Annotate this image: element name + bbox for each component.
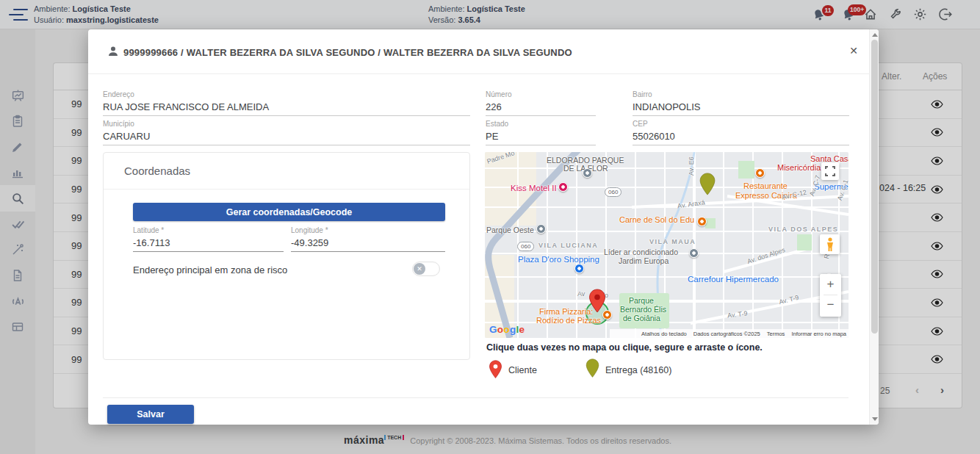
- restaurant-poi-icon[interactable]: [697, 217, 707, 226]
- estado-input[interactable]: [486, 129, 596, 145]
- zoom-control: + −: [820, 274, 841, 317]
- numero-input[interactable]: [486, 100, 596, 116]
- map-label: Av: [577, 290, 585, 298]
- endereco-input[interactable]: [103, 100, 470, 116]
- cliente-legend-pin: [489, 360, 502, 382]
- map-label: Parque: [629, 296, 654, 305]
- map-label: Carrefour Hipermercado: [688, 275, 779, 284]
- map-label: VILA LUCIANA: [538, 242, 598, 249]
- toggle-knob: ✕: [414, 263, 425, 275]
- scrollbar-thumb[interactable]: [871, 40, 878, 334]
- numero-field: Número: [486, 90, 596, 116]
- endereco-field: Endereço: [103, 90, 470, 116]
- entrega-legend-label: Entrega (48160): [605, 365, 671, 375]
- latitude-input[interactable]: [133, 236, 284, 252]
- map-label: VILA DOS ALPES: [768, 226, 838, 233]
- poi-icon[interactable]: [583, 168, 592, 178]
- map-canvas[interactable]: Padre Mo ELDORADO PARQUE DE LA FLOR Kiss…: [485, 152, 849, 338]
- geocode-button[interactable]: Gerar coordenadas/Geocode: [133, 203, 445, 221]
- municipio-input[interactable]: [103, 129, 470, 145]
- save-button[interactable]: Salvar: [107, 405, 194, 424]
- map-label: Jardim Europa: [619, 256, 669, 265]
- shopping-poi-icon[interactable]: [574, 264, 584, 273]
- google-logo[interactable]: Google: [489, 324, 525, 335]
- map-data-link[interactable]: Dados cartográficos ©2025: [693, 331, 760, 337]
- restaurant-poi-icon[interactable]: [755, 168, 765, 178]
- map-label: Líder ar condicionado: [604, 248, 678, 256]
- map-label: Carne de Sol do Edu: [619, 215, 694, 224]
- scroll-up-icon[interactable]: [872, 33, 878, 37]
- scroll-down-icon[interactable]: [872, 417, 878, 421]
- cep-input[interactable]: [633, 129, 849, 145]
- report-error-link[interactable]: Informar erro no mapa: [791, 331, 846, 337]
- map-label: Parque Oeste: [486, 226, 534, 234]
- entrega-map-pin[interactable]: [699, 173, 716, 199]
- map-label: Misericórdia: [777, 163, 821, 172]
- map-label: Restaurante: [743, 181, 788, 190]
- longitude-field: Longitude *: [291, 226, 445, 252]
- zoom-out-button[interactable]: −: [820, 295, 841, 316]
- risk-zone-toggle[interactable]: ✕: [412, 262, 440, 276]
- keyboard-shortcuts-link[interactable]: Atalhos do teclado: [641, 331, 687, 337]
- route-shield: 060: [517, 242, 534, 251]
- close-icon[interactable]: ✕: [845, 42, 862, 60]
- map-label: Firma Pizzaria:: [539, 307, 593, 316]
- poi-icon[interactable]: [689, 248, 699, 258]
- map-label: VILA MAUA: [649, 238, 696, 245]
- fullscreen-icon[interactable]: [821, 162, 839, 180]
- risk-zone-label: Endereço principal em zona de risco: [133, 264, 287, 275]
- longitude-input[interactable]: [291, 236, 445, 252]
- cep-field: CEP: [633, 120, 849, 145]
- coordenadas-title: Coordenadas: [124, 165, 190, 177]
- municipio-field: Município: [103, 120, 470, 145]
- map-label: Rodízio de Pizzas: [536, 316, 601, 325]
- zoom-in-button[interactable]: +: [820, 274, 841, 295]
- map-attribution: Atalhos do teclado Dados cartográficos ©…: [610, 329, 849, 338]
- map-instruction: Clique duas vezes no mapa ou clique, seg…: [486, 342, 763, 353]
- coordenadas-card: Coordenadas Gerar coordenadas/Geocode La…: [103, 152, 470, 360]
- bairro-input[interactable]: [633, 100, 849, 116]
- pegman-icon[interactable]: [820, 234, 840, 254]
- latitude-field: Latitude *: [133, 226, 284, 252]
- poi-icon[interactable]: [536, 224, 546, 234]
- cliente-legend-label: Cliente: [508, 365, 537, 375]
- modal-title: 9999999666 / WALTER BEZERRA DA SILVA SEG…: [123, 47, 572, 58]
- map-label: Kiss Motel II: [511, 184, 557, 192]
- bairro-field: Bairro: [633, 90, 849, 116]
- modal-scrollbar[interactable]: [869, 29, 879, 425]
- map-label: Plaza D'oro Shopping: [518, 255, 599, 264]
- entrega-legend-pin: [586, 358, 599, 381]
- terms-link[interactable]: Termos: [767, 331, 785, 337]
- map-label: de Goiânia: [623, 314, 660, 323]
- restaurant-poi-icon[interactable]: [602, 310, 612, 320]
- map-label: Bernardo Élis: [620, 305, 666, 314]
- map-label: Av. E6: [688, 156, 695, 176]
- address-edit-modal: 9999999666 / WALTER BEZERRA DA SILVA SEG…: [88, 29, 879, 425]
- person-icon: [107, 46, 119, 60]
- route-shield: 060: [605, 187, 621, 197]
- hotel-poi-icon[interactable]: [558, 182, 568, 192]
- estado-field: Estado: [486, 120, 596, 145]
